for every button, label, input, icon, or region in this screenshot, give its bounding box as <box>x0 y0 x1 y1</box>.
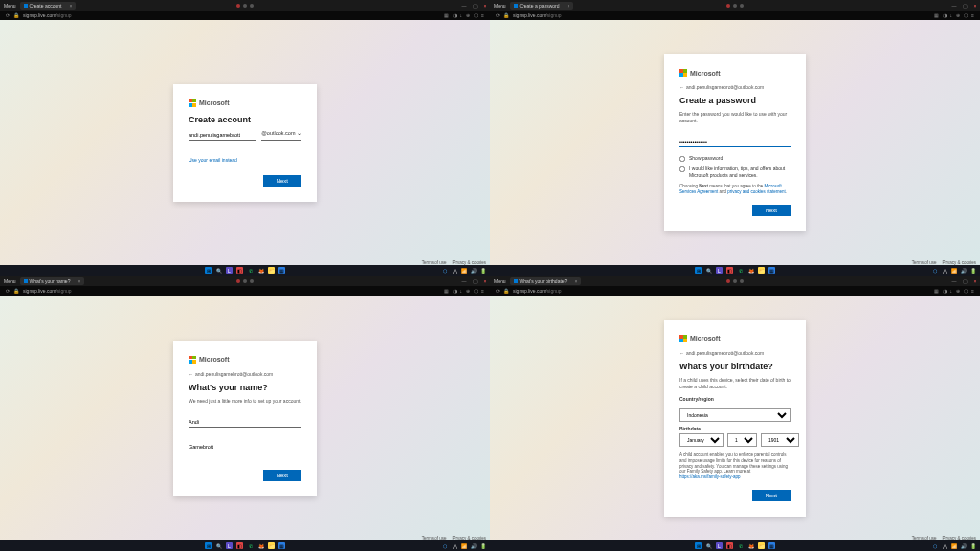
back-arrow-icon: ← <box>679 84 684 90</box>
taskbar: ⊞🔍L◧✆🦊📁▦ ⬡⋀📶🔊🔋 <box>0 540 490 551</box>
tab-favicon <box>514 4 518 8</box>
toolbar-icon[interactable]: ⬡ <box>474 12 478 18</box>
refresh-icon[interactable]: ⟳ <box>6 12 10 18</box>
tab-title: Create a password <box>520 3 560 9</box>
toolbar-icon[interactable]: ◑ <box>453 12 457 18</box>
minimize-icon[interactable]: — <box>951 3 957 9</box>
family-safety-link[interactable]: https://aka.ms/family-safety-app <box>679 474 741 479</box>
taskbar: ⊞🔍L◧✆🦊📁▦ ⬡⋀📶🔊🔋 <box>490 265 980 276</box>
show-password-checkbox[interactable] <box>679 156 685 162</box>
card-title: What's your birthdate? <box>679 362 791 371</box>
url-bar: ⟳ 🔒 signup.live.com/signup ▦◑↓⊕⬡≡ <box>490 11 980 20</box>
back-email[interactable]: ←andi.penulisgamebrott@outlook.com <box>679 84 791 90</box>
card-subtitle: We need just a little more info to set u… <box>189 398 301 405</box>
toolbar-icon[interactable]: ≡ <box>481 12 484 18</box>
month-select[interactable]: January <box>679 433 724 447</box>
card-title: Create a password <box>679 96 791 105</box>
card-subtitle: Enter the password you would like to use… <box>679 111 791 124</box>
last-name-input[interactable] <box>189 442 301 452</box>
maximize-icon[interactable]: ▢ <box>472 3 478 9</box>
toolbar-icon[interactable]: ⊕ <box>466 12 470 18</box>
signup-card: Microsoft Create account @outlook.com ⌄ … <box>173 84 317 202</box>
screen-create-password: Menu Create a password × —▢× ⟳ 🔒 signup.… <box>490 0 980 276</box>
microsoft-logo: Microsoft <box>189 99 301 107</box>
email-domain-select[interactable]: @outlook.com ⌄ <box>261 130 301 141</box>
name-card: Microsoft ←andi.penulisgamebrott@outlook… <box>173 341 317 496</box>
browser-tab[interactable]: What's your name?× <box>20 277 85 285</box>
microsoft-logo: Microsoft <box>679 69 791 77</box>
screen-create-account: Menu Create account × — ▢ × ⟳ 🔒 signup.l… <box>0 0 490 276</box>
agreement-text: Choosing Next means that you agree to th… <box>679 184 791 195</box>
url-text[interactable]: signup.live.com/signup <box>513 12 930 18</box>
firefox-icon[interactable]: 🦊 <box>257 267 264 274</box>
use-email-link[interactable]: Use your email instead <box>189 157 237 163</box>
search-icon[interactable]: 🔍 <box>705 267 712 274</box>
start-icon[interactable]: ⊞ <box>205 267 212 274</box>
wifi-icon[interactable]: 📶 <box>460 267 467 274</box>
center-dot[interactable] <box>236 4 240 8</box>
close-icon[interactable]: × <box>482 3 488 9</box>
tab-favicon <box>24 4 28 8</box>
country-select[interactable]: Indonesia <box>679 408 791 422</box>
privacy-link[interactable]: privacy and cookies statement <box>727 189 786 194</box>
card-title: What's your name? <box>189 383 301 392</box>
birthdate-card: Microsoft ←andi.penulisgamebrott@outlook… <box>664 320 806 517</box>
window-titlebar: Menu Create a password × —▢× <box>490 0 980 11</box>
card-subtitle: If a child uses this device, select thei… <box>679 377 791 390</box>
battery-icon[interactable]: 🔋 <box>479 267 486 274</box>
tray-icon[interactable]: ⋀ <box>451 267 457 274</box>
next-button[interactable]: Next <box>263 175 301 187</box>
tab-title: Create account <box>30 3 62 9</box>
taskbar: ⊞🔍L◧✆🦊📁▦ ⬡⋀📶🔊🔋 <box>490 540 980 551</box>
back-email[interactable]: ←andi.penulisgamebrott@outlook.com <box>679 350 791 356</box>
password-input[interactable] <box>679 137 791 147</box>
back-email[interactable]: ←andi.penulisgamebrott@outlook.com <box>189 371 301 377</box>
next-button[interactable]: Next <box>752 490 791 501</box>
center-dot[interactable] <box>243 4 247 8</box>
app-icon[interactable]: ▦ <box>278 267 285 274</box>
center-dot[interactable] <box>250 4 254 8</box>
maximize-icon[interactable]: ▢ <box>962 3 968 9</box>
minimize-icon[interactable]: — <box>461 3 467 9</box>
app-icon[interactable]: ◧ <box>236 267 243 274</box>
browser-tab[interactable]: What's your birthdate?× <box>510 277 582 285</box>
close-icon[interactable]: × <box>972 3 978 9</box>
window-titlebar: Menu Create account × — ▢ × <box>0 0 490 11</box>
browser-tab[interactable]: Create a password × <box>510 2 574 10</box>
taskbar: ⊞ 🔍 L ◧ ✆ 🦊 📁 ▦ ⬡ ⋀ 📶 🔊 🔋 <box>0 265 490 276</box>
volume-icon[interactable]: 🔊 <box>470 267 477 274</box>
app-icon[interactable]: L <box>226 267 233 274</box>
toolbar-icon[interactable]: ↓ <box>460 12 463 18</box>
tab-close-icon[interactable]: × <box>69 3 72 9</box>
url-bar: ⟳ 🔒 signup.live.com/signup ▦◑↓⊕⬡≡ <box>0 11 490 20</box>
tray-icon[interactable]: ⬡ <box>441 267 448 274</box>
day-select[interactable]: 1 <box>727 433 757 447</box>
screen-name: Menu What's your name?× —▢× ⟳🔒signup.liv… <box>0 276 490 551</box>
next-button[interactable]: Next <box>752 205 791 216</box>
screen-birthdate: Menu What's your birthdate?× —▢× ⟳🔒signu… <box>490 276 980 551</box>
country-label: Country/region <box>679 396 791 402</box>
explorer-icon[interactable]: 📁 <box>268 267 275 274</box>
child-account-note: A child account enables you to enforce p… <box>679 452 791 480</box>
year-select[interactable]: 1901 <box>761 433 799 447</box>
menu-label[interactable]: Menu <box>4 3 16 9</box>
password-card: Microsoft ←andi.penulisgamebrott@outlook… <box>664 54 806 231</box>
next-button[interactable]: Next <box>263 470 301 481</box>
offers-checkbox[interactable] <box>679 166 685 172</box>
start-icon[interactable]: ⊞ <box>695 267 702 274</box>
lock-icon: 🔒 <box>13 12 19 18</box>
whatsapp-icon[interactable]: ✆ <box>247 267 254 274</box>
url-text[interactable]: signup.live.com/signup <box>23 12 440 18</box>
card-title: Create account <box>189 115 301 124</box>
toolbar-icon[interactable]: ▦ <box>444 12 449 18</box>
show-password-label: Show password <box>689 155 723 162</box>
search-icon[interactable]: 🔍 <box>215 267 222 274</box>
first-name-input[interactable] <box>189 417 301 428</box>
browser-tab[interactable]: Create account × <box>20 2 77 10</box>
menu-label[interactable]: Menu <box>494 3 506 9</box>
tab-close-icon[interactable]: × <box>567 3 569 9</box>
email-local-input[interactable] <box>189 130 256 141</box>
birthdate-label: Birthdate <box>679 426 791 431</box>
refresh-icon[interactable]: ⟳ <box>496 12 500 18</box>
offers-label: I would like information, tips, and offe… <box>689 165 791 178</box>
